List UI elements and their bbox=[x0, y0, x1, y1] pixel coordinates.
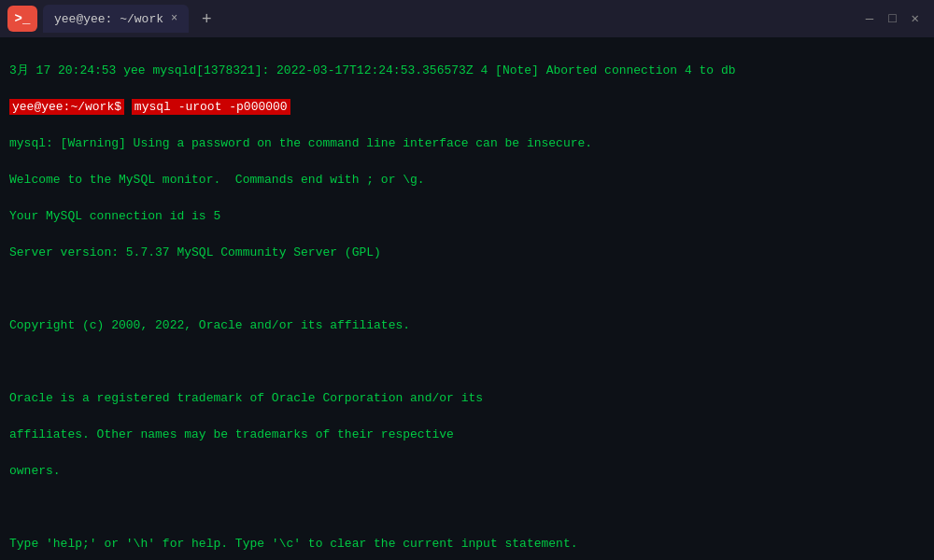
restore-button[interactable]: □ bbox=[888, 12, 896, 25]
terminal-line-10: Oracle is a registered trademark of Orac… bbox=[9, 389, 925, 408]
minimize-button[interactable]: — bbox=[866, 12, 873, 25]
titlebar-left: >_ yee@yee: ~/work × + bbox=[7, 5, 860, 33]
terminal-line-1: 3月 17 20:24:53 yee mysqld[1378321]: 2022… bbox=[9, 62, 925, 80]
terminal-line-8: Copyright (c) 2000, 2022, Oracle and/or … bbox=[9, 316, 925, 335]
terminal-line-3: mysql: [Warning] Using a password on the… bbox=[9, 134, 925, 153]
tab-main[interactable]: yee@yee: ~/work × bbox=[43, 5, 189, 33]
terminal-line-4: Welcome to the MySQL monitor. Commands e… bbox=[9, 171, 925, 189]
terminal-line-11: affiliates. Other names may be trademark… bbox=[9, 426, 925, 444]
terminal-line-12: owners. bbox=[9, 462, 925, 481]
tab-close-button[interactable]: × bbox=[171, 13, 177, 24]
terminal-icon: >_ bbox=[15, 11, 31, 26]
terminal-line-14: Type 'help;' or '\h' for help. Type '\c'… bbox=[9, 535, 925, 553]
terminal-line-13 bbox=[9, 498, 925, 517]
mysql-login-command: mysql -uroot -p000000 bbox=[132, 99, 290, 115]
shell-prompt: yee@yee:~/work$ bbox=[9, 99, 124, 115]
add-tab-button[interactable]: + bbox=[194, 7, 219, 31]
terminal-line-7 bbox=[9, 280, 925, 299]
terminal-icon-button[interactable]: >_ bbox=[7, 6, 37, 32]
close-button[interactable]: ✕ bbox=[912, 12, 919, 25]
terminal-line-5: Your MySQL connection id is 5 bbox=[9, 207, 925, 226]
window-controls: — □ ✕ bbox=[866, 12, 927, 25]
terminal-line-2: yee@yee:~/work$ mysql -uroot -p000000 bbox=[9, 98, 925, 117]
terminal-output[interactable]: 3月 17 20:24:53 yee mysqld[1378321]: 2022… bbox=[0, 37, 934, 560]
titlebar: >_ yee@yee: ~/work × + — □ ✕ bbox=[0, 0, 934, 37]
terminal-line-6: Server version: 5.7.37 MySQL Community S… bbox=[9, 244, 925, 262]
tab-label: yee@yee: ~/work bbox=[54, 12, 163, 26]
terminal-line-9 bbox=[9, 353, 925, 371]
